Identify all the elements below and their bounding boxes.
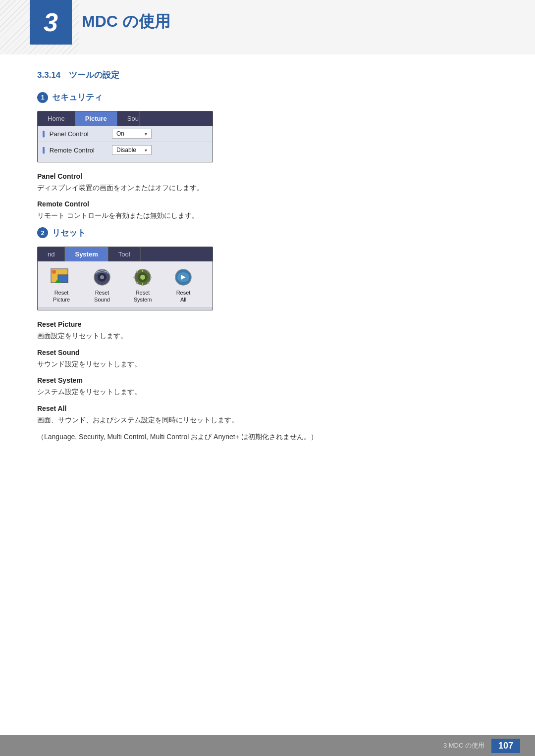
chapter-number: 3 [44,7,58,37]
svg-point-3 [52,270,56,274]
svg-point-9 [140,275,145,280]
tab-tool[interactable]: Tool [108,247,141,261]
remote-control-desc: リモート コントロールを有効または無効にします。 [37,210,498,221]
tab-nd[interactable]: nd [38,247,65,261]
reset-tabs: nd System Tool [38,247,213,261]
reset-all-icon [171,267,195,287]
reset-sound-desc: サウンド設定をリセットします。 [37,358,498,369]
reset-system-heading: Reset System [37,376,498,384]
reset-label: リセット [52,227,86,239]
reset-picture-icon-item[interactable]: ResetPicture [46,267,77,303]
reset-all-heading: Reset All [37,404,498,412]
reset-sound-heading: Reset Sound [37,349,498,356]
reset-all-icon-item[interactable]: ResetAll [167,267,199,303]
reset-section-header: 2 リセット [37,227,498,239]
security-tabs: Home Picture Sou [38,111,213,126]
reset-picture-desc: 画面設定をリセットします。 [37,330,498,341]
reset-note: （Language, Security, Multi Control, Mult… [37,431,498,442]
reset-all-label: ResetAll [176,289,191,303]
reset-picture-heading: Reset Picture [37,320,498,328]
reset-picture-label: ResetPicture [53,289,70,303]
tab-sound-partial[interactable]: Sou [117,111,140,126]
reset-bottom-bar [38,307,213,310]
reset-badge: 2 [37,227,48,238]
chapter-title: MDC の使用 [82,11,170,33]
page-footer: 3 MDC の使用 107 [0,735,535,756]
panel-control-label: Panel Control [43,130,112,138]
footer-page-number: 107 [491,739,520,753]
security-bottom-bar [38,158,213,162]
reset-sound-icon [90,267,114,287]
security-label: セキュリティ [52,92,103,103]
reset-ui-mockup: nd System Tool ResetPicture [37,247,213,311]
svg-point-6 [100,275,104,279]
panel-control-row: Panel Control On [38,126,213,142]
reset-sound-icon-item[interactable]: ResetSound [86,267,118,303]
main-content: 3.3.14 ツールの設定 1 セキュリティ Home Picture Sou … [0,69,535,442]
remote-control-row: Remote Control Disable [38,142,213,158]
tab-home[interactable]: Home [38,111,75,126]
page-header: 3 MDC の使用 [0,0,535,54]
security-section-header: 1 セキュリティ [37,92,498,103]
section-heading-3314: 3.3.14 ツールの設定 [37,69,498,81]
footer-text: 3 MDC の使用 [443,741,484,750]
reset-system-desc: システム設定をリセットします。 [37,386,498,397]
security-ui-mockup: Home Picture Sou Panel Control On Remote… [37,111,213,162]
reset-system-icon-item[interactable]: ResetSystem [127,267,159,303]
reset-picture-icon [50,267,73,287]
security-table: Panel Control On Remote Control Disable [38,126,213,158]
chapter-box: 3 [30,0,72,45]
remote-control-heading: Remote Control [37,200,498,208]
reset-icons-row: ResetPicture ResetSound [38,261,213,307]
tab-system[interactable]: System [65,247,108,261]
reset-system-label: ResetSystem [134,289,152,303]
panel-control-value[interactable]: On [112,129,152,139]
reset-system-icon [131,267,155,287]
security-badge: 1 [37,92,48,103]
remote-control-label: Remote Control [43,147,112,154]
reset-all-desc: 画面、サウンド、およびシステム設定を同時にリセットします。 [37,414,498,425]
panel-control-heading: Panel Control [37,172,498,180]
panel-control-desc: ディスプレイ装置の画面をオンまたはオフにします。 [37,182,498,193]
reset-sound-label: ResetSound [94,289,110,303]
remote-control-value[interactable]: Disable [112,145,152,155]
tab-picture[interactable]: Picture [75,111,117,126]
